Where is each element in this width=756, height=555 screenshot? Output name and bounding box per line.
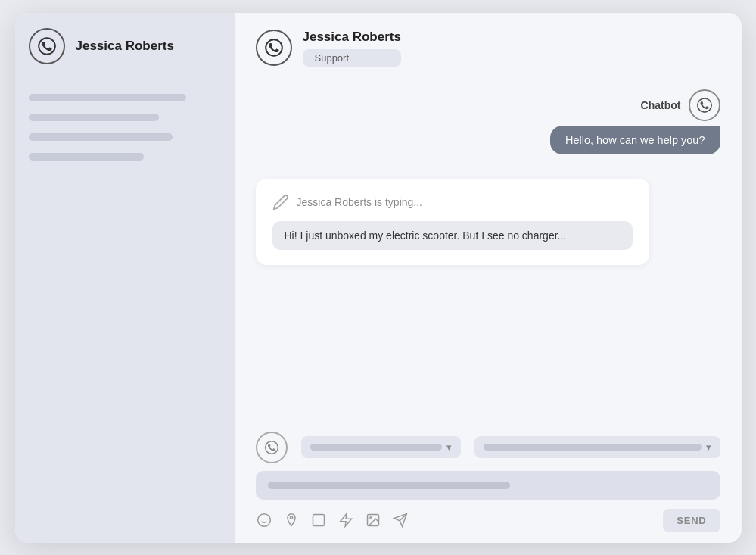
location-icon[interactable]	[283, 512, 300, 528]
svg-point-1	[266, 39, 282, 56]
svg-point-2	[697, 98, 711, 111]
sidebar-header: Jessica Roberts	[15, 13, 235, 80]
chatbot-avatar	[689, 89, 720, 121]
bottom-whatsapp-icon	[256, 432, 288, 463]
chat-header: Jessica Roberts Support	[235, 13, 742, 76]
dropdown-select-2[interactable]: ▾	[474, 436, 720, 458]
app-container: Jessica Roberts Jessica Roberts Support	[15, 13, 742, 543]
chatbot-label: Chatbot	[641, 99, 681, 111]
svg-point-11	[369, 517, 372, 519]
bolt-icon[interactable]	[338, 512, 354, 528]
typing-row: Jessica Roberts is typing...	[272, 194, 633, 210]
emoji-icon[interactable]	[256, 512, 272, 528]
sidebar-line-4	[29, 153, 144, 161]
user-bubble: Hi! I just unboxed my electric scooter. …	[272, 221, 633, 250]
sidebar-line-1	[29, 94, 186, 101]
dropdown-bar-2	[484, 444, 701, 451]
sidebar-line-2	[29, 114, 160, 121]
typing-text: Jessica Roberts is typing...	[297, 196, 423, 208]
message-input-area[interactable]	[256, 471, 720, 500]
dropdown-select-1[interactable]: ▾	[301, 436, 462, 458]
sidebar-user-name: Jessica Roberts	[76, 39, 174, 54]
paperplane-icon[interactable]	[392, 512, 409, 528]
sidebar: Jessica Roberts	[15, 13, 235, 543]
box-icon[interactable]	[310, 512, 327, 528]
message-input-bar	[268, 482, 510, 489]
svg-marker-9	[340, 514, 351, 527]
chat-area: Chatbot Hello, how can we help you?	[235, 76, 742, 424]
chat-header-whatsapp-icon	[256, 30, 292, 66]
svg-rect-8	[313, 515, 324, 526]
main-panel: Jessica Roberts Support Chatbot Hello, h…	[235, 13, 742, 543]
send-button[interactable]: SEND	[663, 509, 720, 532]
dropdown-bar-1	[310, 444, 443, 451]
chatbot-bubble: Hello, how can we help you?	[550, 126, 720, 154]
bottom-bar: ▾ ▾	[235, 424, 742, 543]
toolbar-row: SEND	[256, 501, 720, 543]
support-badge: Support	[303, 49, 401, 67]
user-message-card: Jessica Roberts is typing... Hi! I just …	[256, 179, 649, 265]
chatbot-message-row: Chatbot Hello, how can we help you?	[256, 89, 720, 154]
image-icon[interactable]	[365, 512, 381, 528]
sidebar-line-3	[29, 133, 173, 141]
sidebar-whatsapp-icon	[29, 28, 65, 64]
bottom-dropdowns: ▾ ▾	[256, 432, 720, 463]
svg-point-7	[290, 516, 292, 519]
chatbot-label-row: Chatbot	[641, 89, 720, 121]
chevron-down-icon-1: ▾	[446, 441, 452, 453]
svg-point-4	[257, 514, 270, 527]
chat-header-info: Jessica Roberts Support	[303, 30, 401, 67]
chevron-down-icon-2: ▾	[706, 441, 711, 453]
chat-header-name: Jessica Roberts	[303, 30, 401, 45]
toolbar-icons	[256, 512, 409, 528]
sidebar-list	[15, 80, 235, 174]
pencil-icon	[272, 194, 289, 210]
svg-point-0	[39, 38, 55, 55]
svg-point-3	[265, 441, 278, 454]
